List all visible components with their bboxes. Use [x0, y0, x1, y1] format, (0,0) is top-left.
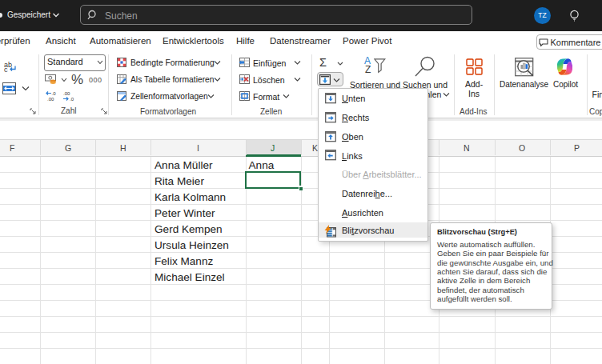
svg-text:.00: .00 — [63, 91, 70, 96]
svg-text:.0: .0 — [52, 91, 57, 96]
svg-text:.00: .00 — [47, 97, 54, 102]
svg-text:.0: .0 — [70, 97, 74, 102]
